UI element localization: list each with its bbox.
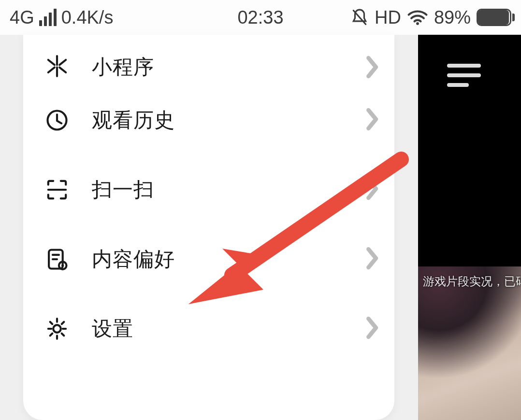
battery-icon [477, 9, 511, 26]
menu-icon[interactable] [447, 64, 486, 88]
menu-item-watch-history[interactable]: 观看历史 [23, 85, 394, 155]
history-icon [43, 106, 72, 135]
svg-point-13 [61, 264, 64, 266]
side-menu-panel: 小程序 观看历史 扫一扫 内容偏好 [23, 35, 394, 420]
menu-item-label: 设置 [92, 315, 133, 342]
scan-icon [43, 175, 72, 204]
panel-backdrop: 小程序 观看历史 扫一扫 内容偏好 [0, 35, 418, 420]
svg-line-6 [48, 68, 55, 72]
menu-item-label: 内容偏好 [92, 246, 175, 273]
status-bar: 4G 0.4K/s 02:33 HD 89% [0, 0, 521, 35]
chevron-right-icon [365, 56, 380, 81]
chevron-right-icon [365, 316, 380, 341]
hd-label: HD [375, 7, 401, 28]
chevron-right-icon [365, 247, 380, 272]
menu-item-label: 观看历史 [92, 107, 175, 134]
status-right: HD 89% [350, 7, 511, 28]
menu-item-label: 扫一扫 [92, 176, 154, 203]
background-app-strip: 游戏片段实况，已码， [418, 35, 521, 420]
menu-item-label: 小程序 [92, 54, 154, 81]
svg-line-5 [59, 60, 66, 65]
chevron-right-icon [365, 177, 380, 202]
svg-line-4 [59, 68, 66, 72]
chevron-right-icon [365, 108, 380, 133]
status-left: 4G 0.4K/s [10, 7, 113, 28]
content-pref-icon [43, 245, 72, 274]
settings-icon [43, 314, 72, 343]
svg-point-14 [53, 325, 61, 333]
mini-program-icon [43, 52, 72, 81]
network-type: 4G [10, 7, 34, 28]
clock: 02:33 [237, 7, 283, 28]
battery-pct: 89% [434, 7, 471, 28]
svg-point-0 [416, 22, 419, 25]
menu-item-content-pref[interactable]: 内容偏好 [23, 224, 394, 294]
menu-item-settings[interactable]: 设置 [23, 294, 394, 364]
signal-icon [39, 9, 57, 26]
mute-icon [350, 8, 369, 27]
svg-line-3 [48, 60, 55, 65]
data-speed: 0.4K/s [61, 7, 114, 28]
background-video-thumbnail: 游戏片段实况，已码， [418, 266, 521, 420]
background-caption: 游戏片段实况，已码， [423, 274, 521, 289]
wifi-icon [407, 9, 428, 26]
menu-item-scan[interactable]: 扫一扫 [23, 155, 394, 224]
menu-item-mini-program[interactable]: 小程序 [23, 35, 394, 85]
